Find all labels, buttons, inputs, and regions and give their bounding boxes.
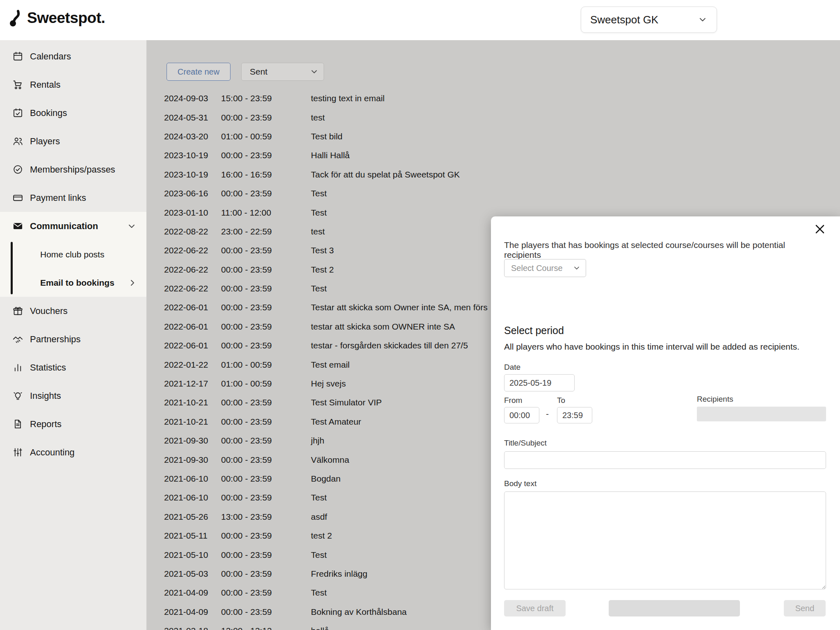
sidebar-item-home-club-posts[interactable]: Home club posts bbox=[0, 240, 146, 268]
email-row[interactable]: 2024-05-31 00:00 - 23:59 test bbox=[146, 108, 840, 127]
sidebar-item-label: Players bbox=[30, 136, 60, 147]
email-time: 00:00 - 23:59 bbox=[221, 265, 311, 275]
chevron-down-icon bbox=[573, 264, 581, 272]
save-draft-button[interactable]: Save draft bbox=[504, 600, 566, 616]
sidebar-item-rentals[interactable]: Rentals bbox=[0, 71, 146, 99]
sidebar-item-label: Payment links bbox=[30, 193, 86, 203]
email-subject: Test bbox=[311, 208, 327, 218]
sidebar-item-email-to-bookings[interactable]: Email to bookings bbox=[0, 268, 146, 297]
topbar: Sweetspot. Sweetspot GK bbox=[0, 0, 840, 40]
sidebar-item-calendars[interactable]: Calendars bbox=[0, 42, 146, 71]
email-date: 2024-05-31 bbox=[164, 113, 221, 123]
email-date: 2021-04-09 bbox=[164, 607, 221, 617]
body-text-label: Body text bbox=[504, 479, 536, 488]
sidebar-item-label: Calendars bbox=[30, 51, 71, 62]
send-button[interactable]: Send bbox=[784, 600, 826, 616]
sidebar-item-players[interactable]: Players bbox=[0, 127, 146, 155]
title-subject-label: Title/Subject bbox=[504, 439, 547, 448]
email-time: 00:00 - 23:59 bbox=[221, 417, 311, 427]
sidebar-item-insights[interactable]: Insights bbox=[0, 382, 146, 410]
sidebar-item-memberships[interactable]: Memberships/passes bbox=[0, 155, 146, 184]
email-compose-panel: The players that has bookings at selecte… bbox=[491, 216, 840, 630]
sidebar-item-vouchers[interactable]: Vouchers bbox=[0, 297, 146, 325]
logo: Sweetspot. bbox=[9, 9, 105, 27]
email-date: 2023-01-10 bbox=[164, 208, 221, 218]
date-input[interactable] bbox=[504, 374, 575, 391]
email-subject: Hej svejs bbox=[311, 379, 346, 389]
email-time: 00:00 - 23:59 bbox=[221, 246, 311, 255]
sidebar-item-label: Insights bbox=[30, 391, 61, 401]
to-label: To bbox=[557, 396, 565, 405]
status-filter-value: Sent bbox=[250, 67, 267, 77]
payment-card-icon bbox=[12, 192, 23, 203]
sidebar-item-payment-links[interactable]: Payment links bbox=[0, 184, 146, 212]
email-date: 2024-09-03 bbox=[164, 93, 221, 103]
date-label: Date bbox=[504, 363, 520, 372]
from-time-input[interactable] bbox=[504, 407, 539, 423]
email-time: 00:00 - 23:59 bbox=[221, 588, 311, 598]
email-date: 2021-05-10 bbox=[164, 550, 221, 560]
email-time: 00:00 - 23:59 bbox=[221, 302, 311, 312]
document-icon bbox=[12, 418, 23, 430]
email-subject: Test Simulator VIP bbox=[311, 398, 382, 407]
email-subject: test bbox=[311, 227, 325, 237]
select-period-description: All players who have bookings in this ti… bbox=[504, 342, 799, 352]
email-time: 00:00 - 23:59 bbox=[221, 284, 311, 293]
sidebar-item-label: Bookings bbox=[30, 108, 67, 118]
disabled-placeholder-button bbox=[609, 600, 740, 616]
email-time: 00:00 - 23:59 bbox=[221, 531, 311, 541]
email-time: 00:00 - 23:59 bbox=[221, 607, 311, 617]
trolley-icon bbox=[12, 79, 23, 90]
sidebar-item-label: Vouchers bbox=[30, 306, 68, 316]
email-row[interactable]: 2023-06-16 00:00 - 23:59 Test bbox=[146, 184, 840, 203]
email-time: 12:00 - 13:12 bbox=[221, 626, 311, 630]
to-time-input[interactable] bbox=[557, 407, 592, 423]
sidebar-item-label: Statistics bbox=[30, 362, 66, 373]
handshake-icon bbox=[12, 334, 23, 345]
email-subject: Test Amateur bbox=[311, 417, 361, 427]
email-time: 00:00 - 23:59 bbox=[221, 322, 311, 332]
status-filter-select[interactable]: Sent bbox=[241, 63, 324, 81]
close-icon[interactable] bbox=[814, 223, 826, 235]
sidebar-item-communication[interactable]: Communication bbox=[0, 212, 146, 240]
create-new-button[interactable]: Create new bbox=[167, 63, 231, 81]
email-time: 23:00 - 22:59 bbox=[221, 227, 311, 237]
sidebar-item-statistics[interactable]: Statistics bbox=[0, 353, 146, 382]
email-date: 2021-05-11 bbox=[164, 531, 221, 541]
email-date: 2021-12-17 bbox=[164, 379, 221, 389]
from-label: From bbox=[504, 396, 522, 405]
email-subject: Tack för att du spelat på Sweetspot GK bbox=[311, 170, 460, 180]
email-date: 2021-06-10 bbox=[164, 474, 221, 484]
sidebar-item-label: Partnerships bbox=[30, 334, 81, 345]
recipients-field bbox=[697, 407, 826, 421]
title-input[interactable] bbox=[504, 451, 826, 469]
email-row[interactable]: 2024-03-20 01:00 - 00:59 Test bild bbox=[146, 127, 840, 146]
email-subject: asdf bbox=[311, 512, 327, 522]
email-time: 01:00 - 00:59 bbox=[221, 132, 311, 141]
calendar-icon bbox=[12, 51, 23, 62]
email-subject: testar - forsgården skickades till den 2… bbox=[311, 341, 468, 350]
email-row[interactable]: 2023-10-19 16:00 - 16:59 Tack för att du… bbox=[146, 165, 840, 184]
email-row[interactable]: 2023-10-19 00:00 - 23:59 Halli Hallå bbox=[146, 146, 840, 165]
sidebar-item-accounting[interactable]: Accounting bbox=[0, 438, 146, 466]
email-row[interactable]: 2024-09-03 15:00 - 23:59 testing text in… bbox=[146, 89, 840, 108]
course-select[interactable]: Select Course bbox=[504, 259, 586, 277]
recipients-info-text: The players that has bookings at selecte… bbox=[504, 240, 813, 260]
email-subject: Halli Hallå bbox=[311, 150, 350, 160]
sidebar-item-bookings[interactable]: Bookings bbox=[0, 99, 146, 127]
body-textarea[interactable] bbox=[504, 491, 826, 589]
club-selector[interactable]: Sweetspot GK bbox=[581, 7, 717, 33]
email-subject: Test bbox=[311, 284, 327, 293]
email-time: 16:00 - 16:59 bbox=[221, 170, 311, 180]
email-date: 2021-10-21 bbox=[164, 398, 221, 407]
chevron-down-icon bbox=[310, 67, 319, 76]
active-section-indicator bbox=[11, 242, 13, 294]
sidebar-item-label: Reports bbox=[30, 419, 62, 430]
sidebar-item-reports[interactable]: Reports bbox=[0, 410, 146, 438]
email-subject: test 2 bbox=[311, 531, 332, 541]
sidebar-item-partnerships[interactable]: Partnerships bbox=[0, 325, 146, 353]
sidebar-subitem-label: Home club posts bbox=[40, 250, 104, 259]
calendar-check-icon bbox=[12, 107, 23, 118]
email-date: 2023-10-19 bbox=[164, 150, 221, 160]
email-subject: testar att skicka som OWNER inte SA bbox=[311, 322, 455, 332]
